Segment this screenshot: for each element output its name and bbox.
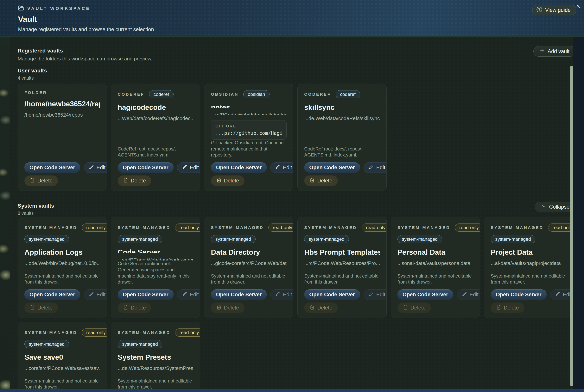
vault-title: Save save0 <box>25 353 100 362</box>
edit-label: Edit <box>190 292 199 298</box>
scrollbar-track <box>573 37 584 389</box>
system-managed-badge: system-managed <box>25 340 69 348</box>
vault-card-notes: OBSIDIAN obsidian notes ...rc/PCode.Web/… <box>204 84 293 191</box>
open-code-server-button[interactable]: Open Code Server <box>211 289 267 300</box>
view-guide-button[interactable]: View guide <box>532 5 576 15</box>
vault-title: Application Logs <box>25 248 100 256</box>
pencil-icon <box>182 164 187 171</box>
vault-type-label: SYSTEM-MANAGED <box>25 225 77 230</box>
edit-label: Edit <box>376 164 386 171</box>
vault-path: ...al-data/vaults/hagiprojectdata <box>491 260 566 266</box>
collapse-button[interactable]: Collapse <box>535 202 575 212</box>
vault-title: hagicodecode <box>118 104 193 112</box>
git-url-value: ...ps://github.com/HagiCode… <box>215 130 282 136</box>
system-managed-badge: system-managed <box>118 340 162 348</box>
vault-type-label: FOLDER <box>25 90 47 95</box>
edit-button[interactable]: Edit <box>270 289 293 300</box>
vault-note: System-maintained and not editable from … <box>25 378 100 390</box>
delete-button[interactable]: Delete <box>25 176 58 186</box>
open-code-server-button[interactable]: Open Code Server <box>211 162 267 173</box>
readonly-badge: read-only <box>268 224 293 232</box>
vault-type-label: SYSTEM-MANAGED <box>398 225 450 230</box>
edit-button[interactable]: Edit <box>84 289 107 300</box>
system-managed-badge: system-managed <box>118 235 162 243</box>
readonly-badge: read-only <box>362 224 387 232</box>
system-managed-badge: system-managed <box>398 235 442 243</box>
vault-type-label: SYSTEM-MANAGED <box>491 225 543 230</box>
vault-type-label: OBSIDIAN <box>211 92 239 97</box>
vault-badge: obsidian <box>243 90 269 98</box>
system-managed-badge: system-managed <box>211 235 255 243</box>
edit-button[interactable]: Edit <box>270 162 293 173</box>
vault-note: System-maintained and not editable from … <box>491 273 566 285</box>
edit-button[interactable]: Edit <box>364 289 387 300</box>
edit-button[interactable]: Edit <box>177 289 200 300</box>
trash-icon <box>310 178 315 184</box>
delete-button[interactable]: Delete <box>211 176 244 186</box>
system-vaults-grid: SYSTEM-MANAGED read-only system-managed … <box>18 217 575 392</box>
pencil-icon <box>89 292 94 298</box>
plus-icon <box>539 48 545 55</box>
edit-button[interactable]: Edit <box>364 162 387 173</box>
pencil-icon <box>275 164 280 171</box>
delete-label: Delete <box>410 305 426 311</box>
add-vault-button[interactable]: Add vault <box>533 46 575 56</box>
vault-title: Personal Data <box>398 248 473 256</box>
delete-button[interactable]: Delete <box>118 302 151 313</box>
delete-button[interactable]: Delete <box>211 302 244 313</box>
edit-label: Edit <box>470 292 479 298</box>
trash-icon <box>310 305 315 311</box>
vault-note: System-maintained and not editable from … <box>118 378 193 390</box>
readonly-badge: read-only <box>455 224 480 232</box>
delete-button[interactable]: Delete <box>304 176 338 186</box>
delete-label: Delete <box>131 178 146 184</box>
readonly-badge: read-only <box>548 224 573 232</box>
vault-note: CodeRef root: docs/, repos/, AGENTS.md, … <box>118 146 193 158</box>
edit-label: Edit <box>190 164 199 171</box>
edit-button[interactable]: Edit <box>84 162 107 173</box>
system-managed-badge: system-managed <box>304 235 349 243</box>
readonly-badge: read-only <box>82 328 107 336</box>
trash-icon <box>216 305 221 311</box>
delete-button[interactable]: Delete <box>304 302 338 313</box>
delete-label: Delete <box>38 178 53 184</box>
vault-note: System-maintained and not editable from … <box>211 273 286 285</box>
open-code-server-button[interactable]: Open Code Server <box>118 289 174 300</box>
vault-title: System Presets <box>118 353 193 362</box>
open-code-server-button[interactable]: Open Code Server <box>118 162 174 173</box>
delete-label: Delete <box>504 305 519 311</box>
vault-card-code-server: SYSTEM-MANAGED read-only system-managed … <box>111 217 200 318</box>
edit-label: Edit <box>97 164 106 171</box>
vault-path: /home/newbe36524/repos <box>25 112 100 118</box>
readonly-badge: read-only <box>175 224 200 232</box>
open-code-server-button[interactable]: Open Code Server <box>398 289 453 300</box>
vault-type-label: SYSTEM-MANAGED <box>211 225 264 230</box>
close-icon[interactable] <box>574 2 582 10</box>
open-code-server-button[interactable]: Open Code Server <box>25 289 80 300</box>
trash-icon <box>216 178 221 184</box>
open-code-server-button[interactable]: Open Code Server <box>304 162 360 173</box>
page-subtitle: Manage registered vaults and browse the … <box>18 26 584 32</box>
delete-button[interactable]: Delete <box>25 302 58 313</box>
readonly-badge: read-only <box>175 328 200 336</box>
delete-button[interactable]: Delete <box>491 302 524 313</box>
user-vaults-count: 4 vaults <box>18 75 575 81</box>
trash-icon <box>496 305 501 311</box>
vault-path: ...core/src/PCode.Web/saves/sav... <box>25 365 100 371</box>
scrollbar-thumb[interactable] <box>570 66 573 386</box>
vault-note: System-maintained and not editable from … <box>398 273 473 285</box>
delete-button[interactable]: Delete <box>118 176 151 186</box>
vault-note: System-maintained and not editable from … <box>25 273 100 285</box>
edit-button[interactable]: Edit <box>177 162 200 173</box>
delete-button[interactable]: Delete <box>398 302 431 313</box>
open-code-server-button[interactable]: Open Code Server <box>25 162 80 173</box>
open-code-server-button[interactable]: Open Code Server <box>491 289 546 300</box>
edit-button[interactable]: Edit <box>457 289 480 300</box>
delete-label: Delete <box>224 305 239 311</box>
chevron-down-icon <box>541 204 546 210</box>
open-code-server-button[interactable]: Open Code Server <box>304 289 360 300</box>
pencil-icon <box>182 292 187 298</box>
edit-button[interactable]: Edit <box>550 289 573 300</box>
vault-type-label: SYSTEM-MANAGED <box>118 225 170 230</box>
vault-path: ...rc/PCode.Web/data/vaults/notes <box>211 112 286 115</box>
